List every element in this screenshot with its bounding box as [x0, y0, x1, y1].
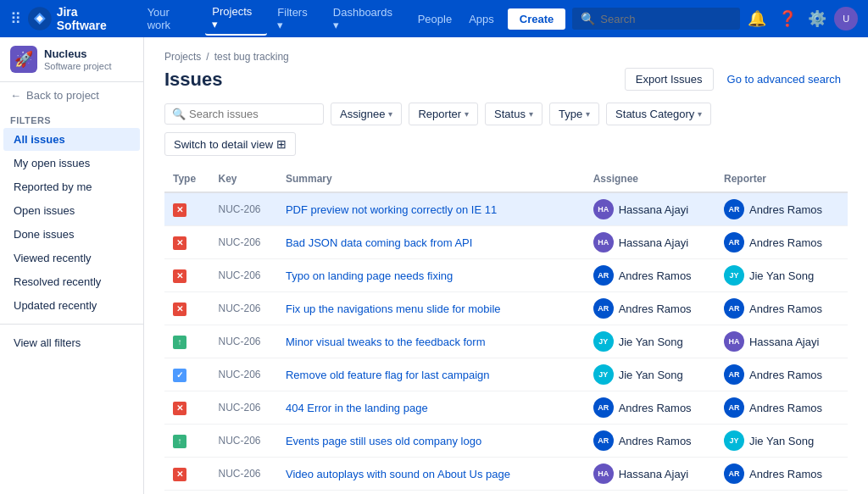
reporter-name: Hassana Ajayi [749, 336, 819, 348]
reporter-avatar: AR [724, 364, 744, 385]
jira-logo-icon [28, 7, 52, 31]
nav-people[interactable]: People [411, 9, 459, 29]
issue-reporter-cell: ARAndres Ramos [715, 391, 848, 425]
issue-key-cell: NUC-206 [209, 259, 276, 292]
view-all-filters[interactable]: View all filters [3, 331, 140, 354]
help-icon[interactable]: ❓ [774, 5, 801, 32]
issue-type-cell: ✕ [164, 391, 209, 425]
sidebar-item-reported-by-me[interactable]: Reported by me [3, 175, 140, 198]
search-issues-input[interactable] [189, 108, 316, 120]
assignee-name: Andres Ramos [619, 303, 692, 315]
status-category-filter[interactable]: Status Category▾ [606, 103, 711, 125]
table-row: ✕NUC-206Fix up the navigations menu slid… [164, 292, 848, 325]
issue-assignee-cell: HAHassana Ajayi [585, 226, 715, 259]
reporter-avatar: AR [724, 232, 744, 253]
issue-type-icon: ✕ [173, 203, 186, 217]
nav-your-work[interactable]: Your work [141, 3, 203, 35]
grid-icon[interactable]: ⠿ [10, 9, 21, 28]
project-type: Software project [44, 61, 111, 71]
sidebar-item-done-issues[interactable]: Done issues [3, 223, 140, 246]
detail-view-button[interactable]: Switch to detail view ⊞ [164, 132, 296, 156]
issue-summary-cell[interactable]: Minor visual tweaks to the feedback form [277, 325, 585, 358]
settings-icon[interactable]: ⚙️ [804, 5, 832, 32]
export-issues-button[interactable]: Export Issues [625, 68, 714, 91]
issue-reporter-cell: JYJie Yan Song [715, 425, 848, 458]
back-to-project[interactable]: ← Back to project [0, 82, 143, 108]
assignee-filter[interactable]: Assignee▾ [331, 103, 402, 125]
reporter-name: Jie Yan Song [749, 435, 814, 447]
issue-type-icon: ✕ [173, 468, 186, 481]
issue-assignee-cell: ARAndres Ramos [585, 259, 715, 292]
reporter-avatar: AR [724, 199, 744, 219]
sidebar-item-updated-recently[interactable]: Updated recently [3, 294, 140, 317]
issue-key-cell: NUC-206 [209, 491, 276, 495]
issue-type-icon: ✕ [173, 269, 186, 283]
issue-summary-cell[interactable]: PDF preview not working correctly on IE … [277, 192, 585, 226]
assignee-avatar: HA [593, 232, 614, 253]
col-reporter: Reporter [715, 166, 848, 192]
assignee-avatar: AR [593, 397, 614, 418]
issue-type-cell: ✕ [164, 192, 209, 226]
issue-summary-cell[interactable]: Investigate issue with "Login with Faceb… [277, 491, 585, 495]
nav-apps[interactable]: Apps [462, 9, 501, 29]
table-row: ↑NUC-206Events page still uses old compa… [164, 425, 848, 458]
table-row: ✕NUC-206404 Error in the landing pageARA… [164, 391, 848, 425]
issue-reporter-cell: ARAndres Ramos [715, 358, 848, 391]
assignee-name: Jie Yan Song [619, 336, 683, 348]
issue-type-cell: ↑ [164, 325, 209, 358]
notifications-icon[interactable]: 🔔 [743, 5, 771, 32]
assignee-name: Andres Ramos [619, 402, 692, 414]
table-row: ✕NUC-206Bad JSON data coming back from A… [164, 226, 848, 259]
project-info: 🚀 Nucleus Software project [0, 37, 143, 82]
nav-dashboards[interactable]: Dashboards ▾ [326, 3, 408, 35]
sidebar-item-viewed-recently[interactable]: Viewed recently [3, 247, 140, 269]
assignee-avatar: AR [593, 298, 614, 319]
issue-key-cell: NUC-206 [209, 425, 276, 458]
nav-projects[interactable]: Projects ▾ [205, 2, 267, 36]
assignee-avatar: AR [593, 265, 614, 286]
issue-summary-cell[interactable]: Events page still uses old company logo [277, 425, 585, 458]
issue-summary-cell[interactable]: Typo on landing page needs fixing [277, 259, 585, 292]
assignee-name: Hassana Ajayi [619, 468, 688, 480]
breadcrumb-projects[interactable]: Projects [164, 51, 201, 63]
create-button[interactable]: Create [508, 8, 565, 30]
reporter-name: Andres Ramos [749, 402, 822, 414]
search-box[interactable]: 🔍 [572, 8, 740, 30]
assignee-avatar: HA [593, 463, 614, 484]
table-row: ✕NUC-206Typo on landing page needs fixin… [164, 259, 848, 292]
user-avatar[interactable]: U [834, 7, 858, 31]
issue-summary-cell[interactable]: Fix up the navigations menu slide for mo… [277, 292, 585, 325]
issue-assignee-cell: HAHassana Ajayi [585, 192, 715, 226]
issue-key-cell: NUC-206 [209, 458, 276, 491]
sidebar-item-open-issues[interactable]: Open issues [3, 199, 140, 222]
reporter-name: Jie Yan Song [749, 269, 814, 282]
issue-key-cell: NUC-206 [209, 325, 276, 358]
reporter-filter[interactable]: Reporter▾ [409, 103, 478, 125]
assignee-name: Jie Yan Song [619, 369, 683, 381]
search-input[interactable] [600, 13, 732, 25]
breadcrumb-current: test bug tracking [214, 51, 289, 63]
nav-filters[interactable]: Filters ▾ [270, 3, 323, 35]
issue-summary-cell[interactable]: 404 Error in the landing page [277, 391, 585, 425]
issue-summary-cell[interactable]: Video autoplays with sound on About Us p… [277, 458, 585, 491]
issue-key-cell: NUC-206 [209, 226, 276, 259]
col-key: Key [209, 166, 276, 192]
issue-summary-cell[interactable]: Bad JSON data coming back from API [277, 226, 585, 259]
issue-summary-cell[interactable]: Remove old feature flag for last campaig… [277, 358, 585, 391]
sidebar: 🚀 Nucleus Software project ← Back to pro… [0, 37, 144, 494]
advanced-search-button[interactable]: Go to advanced search [721, 68, 848, 91]
issue-key-cell: NUC-206 [209, 192, 276, 226]
sidebar-item-all-issues[interactable]: All issues [3, 128, 140, 151]
reporter-avatar: JY [724, 265, 744, 286]
logo[interactable]: Jira Software [28, 5, 131, 32]
reporter-name: Andres Ramos [749, 203, 822, 216]
type-filter[interactable]: Type▾ [549, 103, 599, 125]
breadcrumb-separator: / [206, 51, 209, 63]
issue-reporter-cell: ARAndres Ramos [715, 292, 848, 325]
status-filter[interactable]: Status▾ [485, 103, 542, 125]
issue-type-cell: ✕ [164, 259, 209, 292]
sidebar-item-my-open-issues[interactable]: My open issues [3, 152, 140, 175]
breadcrumb: Projects / test bug tracking [164, 51, 848, 63]
issue-assignee-cell: HAHassana Ajayi [585, 458, 715, 491]
sidebar-item-resolved-recently[interactable]: Resolved recently [3, 270, 140, 293]
